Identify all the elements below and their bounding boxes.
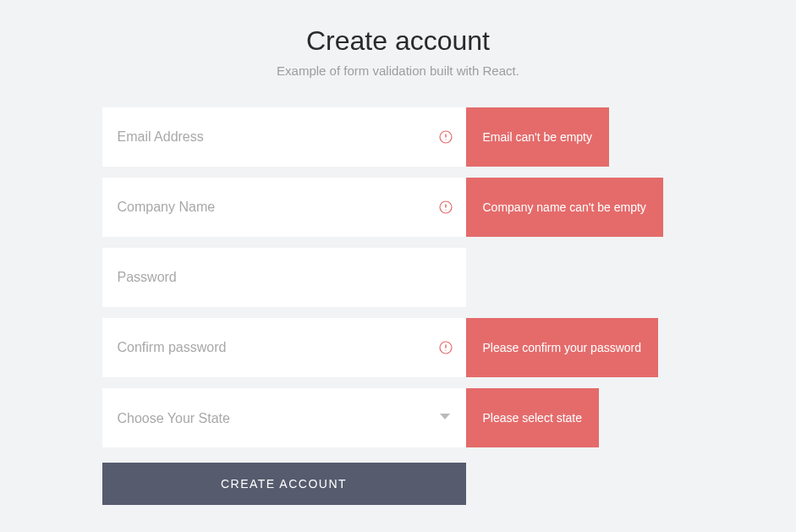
page-subtitle: Example of form validation built with Re… — [102, 63, 694, 78]
email-field[interactable] — [102, 107, 466, 167]
state-error-message: Please select state — [466, 388, 600, 447]
confirm-password-input-wrapper — [102, 318, 466, 377]
create-account-button[interactable]: CREATE ACCOUNT — [102, 463, 466, 505]
company-input-wrapper — [102, 178, 466, 237]
company-field[interactable] — [102, 178, 466, 237]
email-row: Email can't be empty — [102, 107, 694, 167]
svg-point-8 — [445, 349, 446, 350]
email-error-message: Email can't be empty — [466, 107, 610, 167]
alert-icon — [439, 130, 453, 144]
alert-icon — [439, 341, 453, 354]
form-header: Create account Example of form validatio… — [102, 25, 694, 78]
confirm-password-error-message: Please confirm your password — [466, 318, 659, 377]
email-input-wrapper — [102, 107, 466, 167]
svg-point-2 — [445, 139, 446, 140]
company-error-message: Company name can't be empty — [466, 178, 663, 237]
page-title: Create account — [102, 25, 694, 57]
state-select[interactable]: Choose Your State — [102, 388, 466, 447]
alert-icon — [439, 200, 453, 214]
state-select-wrapper: Choose Your State — [102, 388, 466, 447]
svg-point-5 — [445, 209, 446, 210]
state-row: Choose Your State Please select state — [102, 388, 694, 447]
confirm-password-row: Please confirm your password — [102, 318, 694, 377]
form-container: Create account Example of form validatio… — [102, 0, 694, 505]
password-row — [102, 248, 694, 307]
company-row: Company name can't be empty — [102, 178, 694, 237]
confirm-password-field[interactable] — [102, 318, 466, 377]
password-input-wrapper — [102, 248, 466, 307]
password-field[interactable] — [102, 248, 466, 307]
